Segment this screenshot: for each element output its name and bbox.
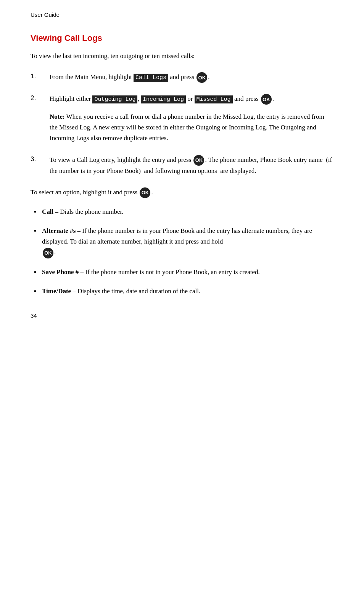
step-2: 2. Highlight either Outgoing Log, Incomi…: [31, 94, 333, 144]
bullet-content-save-phone: Save Phone # – If the phone number is no…: [42, 267, 333, 278]
step-3: 3. To view a Call Log entry, highlight t…: [31, 155, 333, 176]
call-logs-highlight: Call Logs: [134, 74, 168, 82]
outgoing-log-highlight: Outgoing Log: [92, 95, 137, 103]
bullet-label-timedate: Time/Date: [42, 287, 71, 295]
bullet-save-phone: • Save Phone # – If the phone number is …: [31, 267, 333, 278]
bullet-call: • Call – Dials the phone number.: [31, 207, 333, 218]
page-number: 34: [31, 312, 333, 319]
step-number-1: 1.: [31, 72, 50, 80]
section-title: Viewing Call Logs: [31, 33, 333, 43]
select-option-text: To select an option, highlight it and pr…: [31, 187, 333, 198]
step-number-2: 2.: [31, 94, 50, 102]
bullet-list: • Call – Dials the phone number. • Alter…: [31, 207, 333, 297]
step-number-3: 3.: [31, 155, 50, 163]
bullet-label-save-phone: Save Phone #: [42, 268, 79, 276]
bullet-content-call: Call – Dials the phone number.: [42, 207, 333, 217]
bullet-dot-3: •: [31, 267, 42, 278]
header-label: User Guide: [31, 11, 333, 18]
bullet-dot-2: •: [31, 226, 42, 237]
bullet-content-timedate: Time/Date – Displays the time, date and …: [42, 286, 333, 297]
ok-badge-1: OK: [196, 72, 207, 83]
step-content-3: To view a Call Log entry, highlight the …: [50, 155, 333, 176]
ok-badge-select: OK: [140, 187, 150, 198]
bullet-label-call: Call: [42, 208, 53, 215]
step-content-1: From the Main Menu, highlight Call Logs …: [50, 72, 333, 83]
step-1: 1. From the Main Menu, highlight Call Lo…: [31, 72, 333, 83]
ok-badge-2: OK: [261, 94, 272, 105]
steps-list: 1. From the Main Menu, highlight Call Lo…: [31, 72, 333, 176]
bullet-dot-1: •: [31, 207, 42, 218]
ok-badge-3: OK: [193, 155, 204, 166]
step-content-2: Highlight either Outgoing Log, Incoming …: [50, 94, 333, 144]
incoming-log-highlight: Incoming Log: [141, 95, 186, 103]
note-block-2: Note: When you receive a call from or di…: [50, 111, 333, 144]
note-label: Note:: [50, 113, 65, 120]
bullet-label-alternate: Alternate #s: [42, 227, 76, 234]
bullet-content-alternate: Alternate #s – If the phone number is in…: [42, 226, 333, 258]
bullet-timedate: • Time/Date – Displays the time, date an…: [31, 286, 333, 297]
bullet-dot-4: •: [31, 286, 42, 297]
missed-log-highlight: Missed Log: [195, 95, 233, 103]
ok-badge-alternate: OK: [43, 248, 53, 258]
bullet-alternate: • Alternate #s – If the phone number is …: [31, 226, 333, 258]
intro-text: To view the last ten incoming, ten outgo…: [31, 51, 333, 61]
